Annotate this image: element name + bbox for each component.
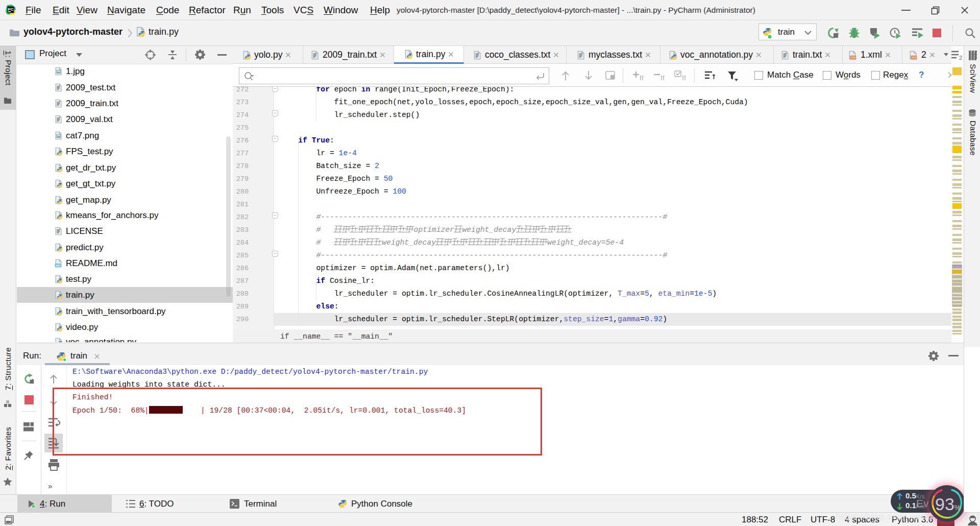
svg-text:PC: PC [8, 7, 14, 12]
svg-text:2: 2 [959, 55, 962, 60]
